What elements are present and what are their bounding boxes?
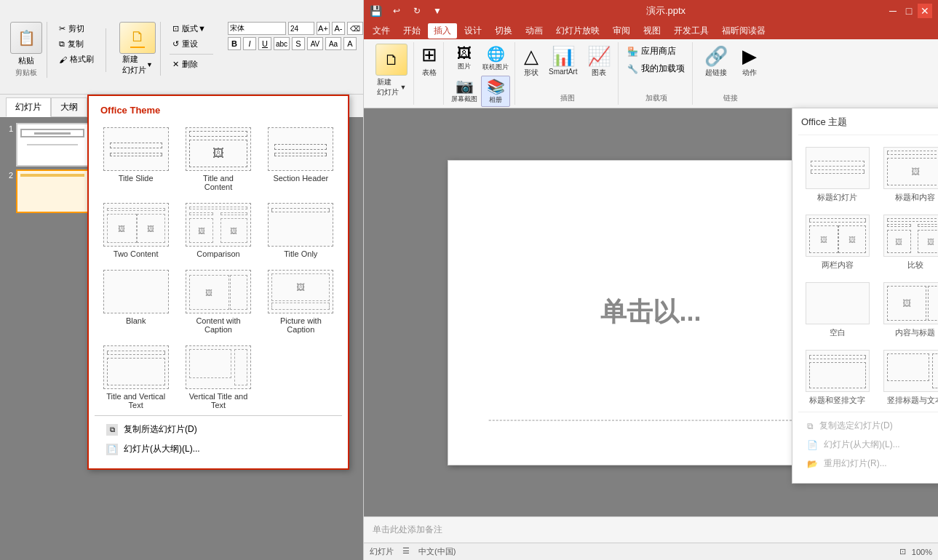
font-family-dropdown[interactable]: 宋体 [228,22,286,35]
left-menu-from-outline[interactable]: 📄 幻灯片(从大纲)(L)... [100,440,336,458]
layout-title-vert-right[interactable]: 标题和竖排文字 [801,347,873,409]
status-fit-btn[interactable]: ⊡ [899,547,906,556]
my-addins-button[interactable]: 🔧 我的加载项 [624,61,688,76]
paste-button[interactable]: 📋 [10,22,42,54]
layout-picture-caption-left[interactable]: 🖼 Picture withCaption [263,267,339,337]
reset-button[interactable]: ↺ 重设 [170,37,213,51]
font-size-dropdown[interactable]: 24 [288,22,314,35]
slide-preview-2[interactable] [16,169,89,213]
layout-section-header-left[interactable]: Section Header [263,124,339,194]
shadow-btn[interactable]: S [292,37,305,50]
cut-button[interactable]: ✂ 剪切 [56,22,97,36]
spacing-btn[interactable]: AV [307,37,323,50]
italic-btn[interactable]: I [243,37,256,50]
menu-review[interactable]: 审阅 [607,23,636,39]
copy-button[interactable]: ⧉ 复制 [56,37,97,51]
left-dropdown-bottom: ⧉ 复制所选幻灯片(D) 📄 幻灯片(从大纲)(L)... [95,415,342,463]
online-picture-button[interactable]: 🌐 联机图片 [481,44,510,73]
font-decrease-btn[interactable]: A- [332,22,345,35]
layout-two-content-right[interactable]: 🖼 🖼 两栏内容 [801,212,873,273]
album-button[interactable]: 📚 相册 [481,76,510,107]
rtwo-title [809,218,866,223]
action-button[interactable]: ▶ 动作 [736,44,763,79]
layout-title-only-left[interactable]: Title Only [263,200,339,261]
menu-developer[interactable]: 开发工具 [668,23,715,39]
redo-button[interactable]: ↻ [408,3,426,19]
layout-title-content-right[interactable]: 🖼 标题和内容 [879,144,938,206]
menu-home[interactable]: 开始 [397,23,426,39]
left-panel-title: Office Theme [95,102,342,121]
new-slide-button[interactable]: 🗋 [119,22,156,54]
font-increase-btn[interactable]: A+ [317,22,330,35]
layout-vert-title-left[interactable]: Vertical Title andText [180,343,256,412]
new-slide-label[interactable]: 新建幻灯片 ▼ [122,54,153,76]
tab-outline[interactable]: 大纲 [51,97,87,117]
table-button[interactable]: ⊞ [421,44,437,66]
underline-btn[interactable]: U [258,37,271,50]
screenshot-button[interactable]: 📷 屏幕截图 [450,76,479,107]
tab-slides[interactable]: 幻灯片 [6,97,51,117]
left-ribbon: 📋 粘贴 剪贴板 ✂ 剪切 ⧉ 复制 🖌 格式刷 [0,0,363,95]
menu-transition[interactable]: 切换 [489,23,518,39]
chart-button[interactable]: 📈 图表 [583,44,615,79]
menu-design[interactable]: 设计 [458,23,488,39]
bold-btn[interactable]: B [228,37,241,50]
status-zoom: 100% [912,548,932,556]
outline-label: 幻灯片(从大纲)(L)... [824,439,900,451]
layout-blank-right[interactable]: 空白 [801,279,873,341]
layout-comparison-left[interactable]: 🖼 🖼 Comparison [180,200,256,261]
thumb-mid-line [274,144,327,150]
strikethrough-btn[interactable]: abc [274,37,290,50]
font-color-btn[interactable]: A [343,37,357,50]
picture-button[interactable]: 🖼 图片 [450,44,479,73]
layout-title-slide-right[interactable]: 标题幻灯片 [801,144,873,206]
notes-placeholder[interactable]: 单击此处添加备注 [373,524,442,536]
layout-title-content-left[interactable]: 🖼 Title andContent [180,124,256,194]
new-slide-right-label[interactable]: 新建幻灯片 ▼ [377,77,407,97]
layout-comparison-right[interactable]: 🖼 🖼 比较 [879,212,938,273]
layout-content-caption-left[interactable]: 🖼 Content withCaption [180,267,256,337]
layout-vert-title-right[interactable]: 竖排标题与文本 [879,347,938,409]
hyperlink-button[interactable]: 🔗 超链接 [699,44,734,79]
online-picture-icon: 🌐 [487,45,505,63]
layout-two-content-left[interactable]: 🖼 🖼 Two Content [98,200,174,261]
slide-preview-1[interactable] [16,123,89,167]
clear-format-btn[interactable]: ⌫ [347,22,363,35]
menu-view[interactable]: 视图 [637,23,667,39]
menu-insert[interactable]: 插入 [428,23,457,39]
customize-btn[interactable]: ▼ [429,3,446,19]
new-slide-right-button[interactable]: 🗋 [375,44,408,76]
status-outline-icon[interactable]: ☰ [402,546,410,557]
menu-foxit[interactable]: 福昕阅读器 [716,23,771,39]
layout-title-vert-left[interactable]: Title and VerticalText [98,343,174,412]
delete-button[interactable]: ✕ 删除 [170,57,213,71]
smartart-button[interactable]: 📊 SmartArt [546,44,580,77]
menu-animation[interactable]: 动画 [520,23,549,39]
right-menu-from-outline[interactable]: 📄 幻灯片(从大纲)(L)... [801,436,938,454]
slide1-title-line [34,132,71,135]
layout-name-blank: Blank [126,316,146,325]
rtwo-right-icon: 🖼 [848,236,856,244]
case-btn[interactable]: Aa [325,37,341,50]
menu-slideshow[interactable]: 幻灯片放映 [550,23,605,39]
store-button[interactable]: 🏪 应用商店 [624,44,688,59]
layout-content-caption-right[interactable]: 🖼 内容与标题 [879,279,938,341]
shapes-button[interactable]: △ 形状 [520,44,543,79]
right-menu-duplicate[interactable]: ⧉ 复制选定幻灯片(D) [801,417,938,435]
close-button[interactable]: ✕ [918,4,932,18]
format-copy-button[interactable]: 🖌 格式刷 [56,52,97,66]
slide2-highlight [20,174,84,177]
copy-label: 复制 [68,39,84,49]
layout-title-slide-left[interactable]: Title Slide [98,124,174,194]
layout-name-section: Section Header [273,174,328,183]
menu-file[interactable]: 文件 [367,23,396,39]
reset-label: 重设 [182,39,198,49]
minimize-button[interactable]: ─ [886,4,900,18]
right-menu-reuse[interactable]: 📂 重用幻灯片(R)... [801,455,938,473]
undo-button[interactable]: ↩ [388,3,405,19]
maximize-button[interactable]: □ [902,4,916,18]
layout-blank-left[interactable]: Blank [98,267,174,337]
layout-button[interactable]: ⊡ 版式▼ [170,22,213,36]
left-menu-duplicate[interactable]: ⧉ 复制所选幻灯片(D) [100,420,336,439]
rthumb-title-slide [806,147,870,189]
